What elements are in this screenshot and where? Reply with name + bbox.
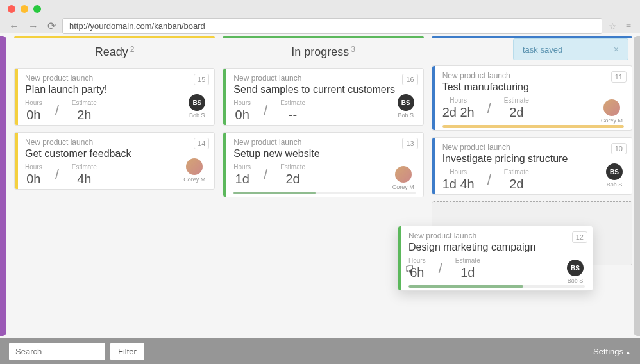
card-accent <box>15 133 18 189</box>
metric-separator: / <box>264 103 267 119</box>
card-title: Plan launch party! <box>25 84 206 95</box>
filter-button[interactable]: Filter <box>110 343 144 360</box>
avatar: BS <box>189 94 205 111</box>
maximize-window-icon[interactable] <box>33 5 41 13</box>
task-card[interactable]: 11 New product launch Test manufacturing… <box>432 65 632 131</box>
caret-up-icon: ▲ <box>625 349 631 356</box>
hours-label: Hours <box>233 163 251 170</box>
project-label: New product launch <box>442 143 624 152</box>
hours-label: Hours <box>442 169 475 176</box>
toast-message: task saved <box>523 45 562 54</box>
column-header: In progress3 <box>223 38 423 68</box>
progress-track <box>442 125 624 128</box>
close-window-icon[interactable] <box>8 5 15 13</box>
estimate-label: Estimate <box>72 163 97 170</box>
task-card[interactable]: 13 New product launch Setup new website … <box>223 132 423 197</box>
avatar <box>603 99 620 116</box>
close-icon[interactable]: × <box>614 44 619 54</box>
card-accent <box>15 69 18 125</box>
estimate-label: Estimate <box>72 99 97 106</box>
assignee: Corey M <box>392 166 414 190</box>
task-card[interactable]: 16 New product launch Send samples to cu… <box>223 68 423 126</box>
card-title: Get customer feedback <box>25 148 206 160</box>
card-number: 14 <box>194 138 209 149</box>
assignee-name: Bob S <box>189 112 205 119</box>
hours-label: Hours <box>25 99 42 106</box>
avatar: BS <box>606 163 623 180</box>
kanban-board: Ready2 15 New product launch Plan launch… <box>0 33 640 338</box>
hours-value: 0h <box>25 108 42 122</box>
column-count: 2 <box>130 45 135 54</box>
window-controls <box>0 0 640 18</box>
column-ready: Ready2 15 New product launch Plan launch… <box>14 36 215 336</box>
columns-container: Ready2 15 New product launch Plan launch… <box>6 33 640 338</box>
project-label: New product launch <box>233 138 415 147</box>
avatar: BS <box>398 94 414 111</box>
assignee-name: Bob S <box>567 277 584 284</box>
project-label: New product launch <box>25 138 206 147</box>
forward-icon[interactable]: → <box>26 21 41 32</box>
card-number: 12 <box>572 231 587 243</box>
card-title: Test manufacturing <box>442 81 624 93</box>
project-label: New product launch <box>442 71 624 80</box>
column-header: Ready2 <box>14 38 215 68</box>
toast-notification: task saved × <box>513 38 628 60</box>
estimate-label: Estimate <box>504 169 529 176</box>
assignee: BS Bob S <box>398 94 414 119</box>
settings-button[interactable]: Settings▲ <box>593 347 631 356</box>
card-accent <box>398 226 401 290</box>
card-accent <box>223 69 226 125</box>
hours-value: 1d <box>233 172 251 186</box>
metric-separator: / <box>55 167 59 183</box>
avatar: BS <box>567 260 584 276</box>
bookmark-icon[interactable]: ☆ <box>606 21 619 31</box>
progress-bar <box>408 285 523 288</box>
avatar <box>395 166 412 183</box>
card-number: 13 <box>402 138 417 149</box>
url-bar[interactable]: http://yourdomain.com/kanban/board <box>62 18 602 34</box>
card-title: Setup new website <box>233 148 415 160</box>
estimate-label: Estimate <box>280 163 305 170</box>
project-label: New product launch <box>25 74 206 83</box>
back-icon[interactable]: ← <box>6 21 22 32</box>
task-card-dragging[interactable]: 12 New product launch Design marketing c… <box>398 226 593 291</box>
assignee-name: Bob S <box>606 181 623 188</box>
hours-value: 0h <box>233 108 251 122</box>
column-title: In progress <box>291 46 349 58</box>
reload-icon[interactable]: ⟳ <box>45 20 58 32</box>
metric-separator: / <box>439 260 442 277</box>
hours-label: Hours <box>233 99 251 106</box>
progress-bar <box>442 125 624 128</box>
assignee: BS Bob S <box>567 260 584 284</box>
estimate-value: 2d <box>504 177 529 192</box>
hours-value: 1d 4h <box>442 177 475 192</box>
card-title: Send samples to current customers <box>233 84 415 95</box>
card-number: 11 <box>611 71 627 83</box>
right-column-edge[interactable] <box>634 36 640 336</box>
progress-bar <box>233 192 315 194</box>
cursor-icon: ☟ <box>405 263 414 279</box>
estimate-label: Estimate <box>280 99 305 106</box>
estimate-label: Estimate <box>504 97 529 104</box>
metric-separator: / <box>264 167 267 183</box>
minimize-window-icon[interactable] <box>21 5 28 13</box>
assignee: BS Bob S <box>606 163 623 188</box>
assignee-name: Corey M <box>183 176 205 183</box>
hours-label: Hours <box>25 163 42 170</box>
assignee-name: Corey M <box>392 184 414 190</box>
assignee: Corey M <box>601 99 623 124</box>
estimate-value: 4h <box>72 172 97 186</box>
avatar <box>186 158 203 175</box>
search-input[interactable] <box>9 343 105 360</box>
column-in-progress: In progress3 16 New product launch Send … <box>223 36 423 336</box>
task-card[interactable]: 14 New product launch Get customer feedb… <box>14 132 215 190</box>
metric-separator: / <box>55 103 59 119</box>
estimate-value: 2d <box>280 172 305 186</box>
estimate-value: 2d <box>504 105 529 120</box>
left-column-edge[interactable] <box>0 36 6 336</box>
menu-icon[interactable]: ≡ <box>623 21 634 31</box>
task-card[interactable]: 15 New product launch Plan launch party!… <box>14 68 215 126</box>
hours-value: 2d 2h <box>442 105 475 120</box>
project-label: New product launch <box>233 74 415 83</box>
task-card[interactable]: 10 New product launch Investigate pricin… <box>432 137 632 195</box>
